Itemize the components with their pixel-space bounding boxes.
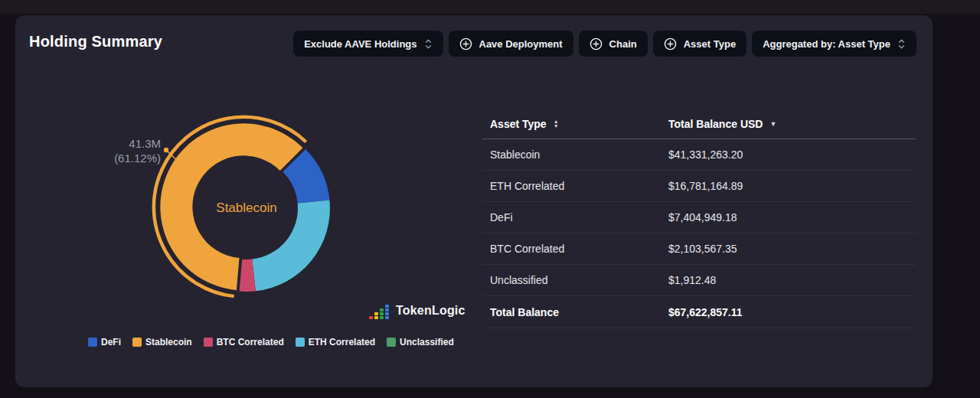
tokenlogic-bar-chart-icon (369, 302, 390, 320)
balance-cell: $1,912.48 (668, 274, 916, 286)
top-strip (0, 0, 980, 14)
sort-both-icon: ▲▼ (554, 119, 559, 129)
exclude-aave-holdings-dropdown[interactable]: Exclude AAVE Holdings (293, 31, 443, 57)
exclude-aave-holdings-label: Exclude AAVE Holdings (304, 38, 416, 50)
total-balance-header-label: Total Balance USD (668, 118, 763, 130)
legend-label: Stablecoin (145, 337, 192, 347)
legend-label: DeFi (101, 337, 121, 347)
plus-circle-icon (664, 38, 677, 51)
table-row: ETH Correlated$16,781,164.89 (482, 171, 916, 202)
aggregated-by-dropdown[interactable]: Aggregated by: Asset Type (752, 31, 916, 57)
balance-cell: $41,331,263.20 (668, 148, 916, 161)
legend-label: Unclassified (400, 337, 454, 347)
add-asset-type-label: Asset Type (684, 38, 736, 50)
legend-swatch (204, 338, 213, 347)
donut-center-label: Stablecoin (216, 201, 276, 216)
total-label-cell: Total Balance (482, 306, 668, 318)
column-header-asset-type[interactable]: Asset Type ▲▼ (482, 118, 668, 130)
balance-cell: $7,404,949.18 (668, 211, 916, 223)
balance-cell: $16,781,164.89 (668, 180, 916, 192)
legend-item-btc-correlated[interactable]: BTC Correlated (204, 337, 284, 347)
asset-type-cell: ETH Correlated (482, 180, 668, 192)
holding-summary-card: Holding Summary Exclude AAVE Holdings Aa… (15, 15, 933, 387)
table-header-row: Asset Type ▲▼ Total Balance USD ▼ (482, 109, 916, 139)
legend-label: ETH Correlated (309, 337, 375, 347)
add-aave-deployment-label: Aave Deployment (479, 38, 563, 50)
table-row: Stablecoin$41,331,263.20 (482, 139, 916, 171)
tokenlogic-logo: TokenLogic (369, 302, 466, 320)
plus-circle-icon (590, 38, 603, 51)
callout-dot (164, 148, 168, 152)
brand-name: TokenLogic (396, 304, 466, 318)
chevron-updown-icon (424, 38, 433, 50)
add-aave-deployment-button[interactable]: Aave Deployment (449, 31, 573, 57)
table-total-row: Total Balance $67,622,857.11 (482, 296, 916, 328)
aggregated-by-label: Aggregated by: Asset Type (763, 38, 890, 50)
table-body: Stablecoin$41,331,263.20ETH Correlated$1… (482, 139, 916, 296)
page-title: Holding Summary (29, 33, 162, 51)
add-asset-type-button[interactable]: Asset Type (653, 31, 746, 57)
plus-circle-icon (459, 38, 472, 51)
legend-item-defi[interactable]: DeFi (88, 337, 121, 347)
table-row: DeFi$7,404,949.18 (482, 202, 916, 233)
total-value-cell: $67,622,857.11 (668, 306, 916, 318)
chart-legend: DeFiStablecoinBTC CorrelatedETH Correlat… (88, 337, 454, 347)
legend-swatch (296, 338, 305, 347)
column-header-total-balance[interactable]: Total Balance USD ▼ (668, 118, 916, 130)
asset-type-header-label: Asset Type (490, 118, 547, 130)
asset-type-cell: Stablecoin (482, 148, 668, 161)
legend-item-eth-correlated[interactable]: ETH Correlated (296, 337, 375, 347)
legend-label: BTC Correlated (217, 337, 284, 347)
legend-swatch (387, 338, 396, 347)
table-row: BTC Correlated$2,103,567.35 (482, 233, 916, 265)
asset-type-cell: BTC Correlated (482, 243, 668, 255)
legend-swatch (88, 338, 97, 347)
asset-type-cell: Unclassified (482, 274, 668, 286)
legend-swatch (132, 338, 142, 347)
asset-type-cell: DeFi (482, 211, 668, 223)
chevron-updown-icon (897, 38, 906, 50)
sort-desc-icon: ▼ (769, 120, 776, 128)
legend-item-unclassified[interactable]: Unclassified (387, 337, 454, 347)
add-chain-button[interactable]: Chain (579, 31, 648, 57)
holdings-table: Asset Type ▲▼ Total Balance USD ▼ Stable… (482, 109, 916, 328)
legend-item-stablecoin[interactable]: Stablecoin (132, 337, 192, 347)
add-chain-label: Chain (609, 38, 637, 50)
toolbar: Exclude AAVE Holdings Aave Deployment Ch… (293, 31, 916, 57)
balance-cell: $2,103,567.35 (668, 243, 916, 255)
table-row: Unclassified$1,912.48 (482, 265, 916, 296)
